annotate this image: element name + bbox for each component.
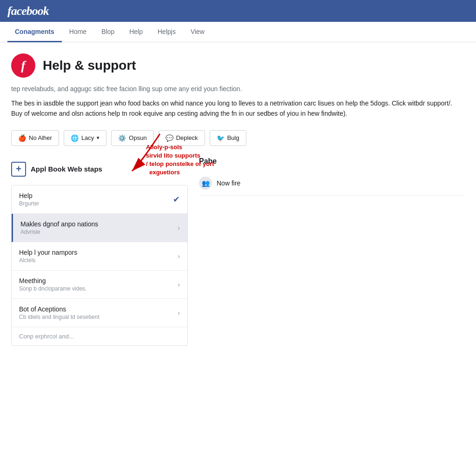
lacy-button[interactable]: 🌐 Lacy xyxy=(64,130,106,146)
menu-list: Help Brgurter ✔ Makles dgnof anpo nation… xyxy=(11,185,188,346)
gear-icon: ⚙️ xyxy=(118,134,126,142)
menu-item-meething-sub: Sonp b dncloparame vides. xyxy=(19,285,86,292)
chevron-right-icon-2: › xyxy=(178,252,180,260)
add-section: + Appl Book Web staps xyxy=(11,157,188,181)
opsun-button[interactable]: ⚙️ Opsun xyxy=(111,130,153,146)
chat-icon: 💬 xyxy=(165,134,173,142)
depleck-label: Depleck xyxy=(176,134,198,141)
nav-item-view[interactable]: View xyxy=(183,22,212,42)
menu-item-makles-sub: Advrisie xyxy=(20,229,98,235)
menu-item-help-title: Help xyxy=(19,192,39,199)
menu-item-bot-title: Bot of Aceptions xyxy=(19,305,99,313)
menu-item-help[interactable]: Help Brgurter ✔ xyxy=(12,185,187,214)
button-row: 🍎 No Alher 🌐 Lacy ⚙️ Opsun 💬 Depleck 🐦 B… xyxy=(11,130,465,146)
page-title: Help & support xyxy=(43,58,136,73)
add-button[interactable]: + xyxy=(11,162,26,177)
menu-item-help-your-title: Help l your nampors xyxy=(19,249,77,256)
desc-line1: tep revelabuds, and aggugc sitic free fa… xyxy=(11,85,465,93)
depleck-button[interactable]: 💬 Depleck xyxy=(159,130,205,146)
menu-item-help-your[interactable]: Help l your nampors Alctels › xyxy=(12,242,187,271)
nav-item-help[interactable]: Help xyxy=(122,22,150,42)
menu-item-bot[interactable]: Bot of Aceptions Cb idiels and lingual t… xyxy=(12,299,187,327)
check-icon: ✔ xyxy=(173,194,180,205)
bulg-label: Bulg xyxy=(227,134,239,141)
opsun-label: Opsun xyxy=(129,134,146,141)
top-bar: facebook xyxy=(0,0,476,22)
main-content: f Help & support tep revelabuds, and agg… xyxy=(0,42,476,476)
help-header: f Help & support xyxy=(11,53,465,78)
fb-icon-letter: f xyxy=(21,58,25,73)
desc-para: The bes in iasdble the support jean who … xyxy=(11,98,465,119)
right-col: Pabe 👥 Now fire xyxy=(188,157,465,346)
right-section-title: Pabe xyxy=(199,157,465,165)
two-col-layout: Alloly-p-solssirvid lito supports/ telop… xyxy=(11,157,465,346)
fb-icon: f xyxy=(11,53,35,78)
chevron-right-icon: › xyxy=(178,224,180,231)
no-alher-button[interactable]: 🍎 No Alher xyxy=(11,130,59,146)
chevron-right-icon-4: › xyxy=(178,309,180,317)
chevron-right-icon-3: › xyxy=(178,281,180,288)
nav-item-helpjs[interactable]: Helpjs xyxy=(150,22,183,42)
nav-item-home[interactable]: Home xyxy=(62,22,94,42)
add-label: Appl Book Web staps xyxy=(31,165,102,173)
left-col: + Appl Book Web staps Help Brgurter ✔ Ma… xyxy=(11,157,188,346)
menu-item-makles-title: Makles dgnof anpo nations xyxy=(20,220,98,228)
facebook-logo: facebook xyxy=(7,4,49,18)
nav-item-conagments[interactable]: Conagments xyxy=(7,22,62,42)
twitter-icon: 🐦 xyxy=(217,134,225,142)
menu-item-makles[interactable]: Makles dgnof anpo nations Advrisie › xyxy=(12,214,187,242)
menu-item-meething-title: Meething xyxy=(19,277,86,284)
menu-item-help-your-sub: Alctels xyxy=(19,257,77,264)
people-icon: 👥 xyxy=(199,177,212,190)
lacy-label: Lacy xyxy=(81,134,94,141)
menu-item-bot-sub: Cb idiels and lingual td sesebent xyxy=(19,314,99,320)
nav-item-blop[interactable]: Blop xyxy=(94,22,122,42)
no-alher-label: No Alher xyxy=(29,134,52,141)
apple-icon: 🍎 xyxy=(18,134,26,142)
nav-bar: Conagments Home Blop Help Helpjs View xyxy=(0,22,476,42)
now-fire-label: Now fire xyxy=(217,179,240,187)
right-item-now-fire[interactable]: 👥 Now fire xyxy=(199,171,465,196)
menu-item-meething[interactable]: Meething Sonp b dncloparame vides. › xyxy=(12,271,187,299)
menu-item-help-sub: Brgurter xyxy=(19,200,39,207)
globe-icon: 🌐 xyxy=(71,134,79,142)
bulg-button[interactable]: 🐦 Bulg xyxy=(210,130,246,146)
menu-footer: Conp erphrcol and... xyxy=(12,327,187,345)
